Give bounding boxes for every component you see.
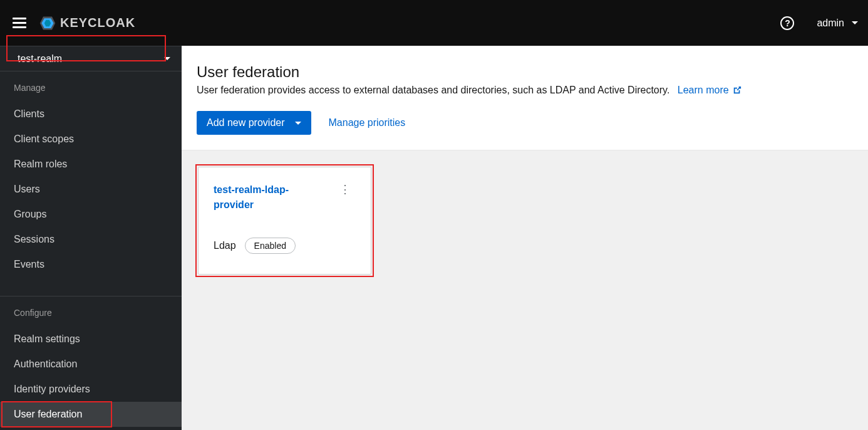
provider-card[interactable]: test-realm-ldap-provider ⋮ Ldap Enabled bbox=[198, 167, 371, 275]
sidebar-item-groups[interactable]: Groups bbox=[0, 202, 182, 227]
realm-selector-value: test-realm bbox=[18, 53, 62, 65]
caret-down-icon bbox=[164, 57, 170, 60]
help-icon[interactable]: ? bbox=[780, 16, 794, 30]
nav-heading-configure: Configure bbox=[0, 296, 182, 327]
providers-grid: test-realm-ldap-provider ⋮ Ldap Enabled bbox=[182, 150, 868, 430]
main-content: User federation User federation provides… bbox=[182, 46, 868, 430]
caret-down-icon bbox=[295, 122, 301, 125]
realm-selector[interactable]: test-realm bbox=[0, 46, 182, 71]
nav-section-configure: Configure Realm settings Authentication … bbox=[0, 296, 182, 427]
provider-type: Ldap bbox=[214, 240, 236, 251]
sidebar-item-realm-settings[interactable]: Realm settings bbox=[0, 327, 182, 352]
sidebar-item-sessions[interactable]: Sessions bbox=[0, 227, 182, 252]
provider-name-link[interactable]: test-realm-ldap-provider bbox=[214, 182, 320, 212]
sidebar-item-realm-roles[interactable]: Realm roles bbox=[0, 152, 182, 177]
sidebar-item-client-scopes[interactable]: Client scopes bbox=[0, 127, 182, 152]
user-menu[interactable]: admin bbox=[817, 18, 858, 29]
sidebar-item-user-federation[interactable]: User federation bbox=[0, 402, 182, 427]
caret-down-icon bbox=[852, 21, 858, 24]
page-description: User federation provides access to exter… bbox=[197, 85, 853, 96]
status-badge: Enabled bbox=[245, 238, 296, 254]
add-new-provider-button[interactable]: Add new provider bbox=[197, 111, 311, 135]
sidebar-item-events[interactable]: Events bbox=[0, 252, 182, 277]
keycloak-logo-icon bbox=[39, 14, 56, 32]
brand-logo[interactable]: KEYCLOAK bbox=[39, 14, 135, 32]
nav-section-manage: Manage Clients Client scopes Realm roles… bbox=[0, 71, 182, 277]
nav-heading-manage: Manage bbox=[0, 71, 182, 102]
page-header: User federation User federation provides… bbox=[182, 46, 868, 150]
page-title: User federation bbox=[197, 63, 853, 81]
external-link-icon bbox=[733, 86, 741, 95]
sidebar-item-clients[interactable]: Clients bbox=[0, 102, 182, 127]
sidebar-item-authentication[interactable]: Authentication bbox=[0, 352, 182, 377]
user-name: admin bbox=[817, 18, 844, 29]
sidebar: test-realm Manage Clients Client scopes … bbox=[0, 46, 182, 430]
topbar: KEYCLOAK ? admin bbox=[0, 0, 868, 46]
kebab-menu-icon[interactable]: ⋮ bbox=[334, 182, 356, 196]
sidebar-item-identity-providers[interactable]: Identity providers bbox=[0, 377, 182, 402]
brand-name: KEYCLOAK bbox=[60, 16, 135, 30]
sidebar-item-users[interactable]: Users bbox=[0, 177, 182, 202]
hamburger-menu-icon[interactable] bbox=[13, 15, 26, 31]
action-row: Add new provider Manage priorities bbox=[197, 111, 853, 135]
manage-priorities-link[interactable]: Manage priorities bbox=[329, 117, 406, 128]
learn-more-link[interactable]: Learn more bbox=[678, 85, 741, 95]
